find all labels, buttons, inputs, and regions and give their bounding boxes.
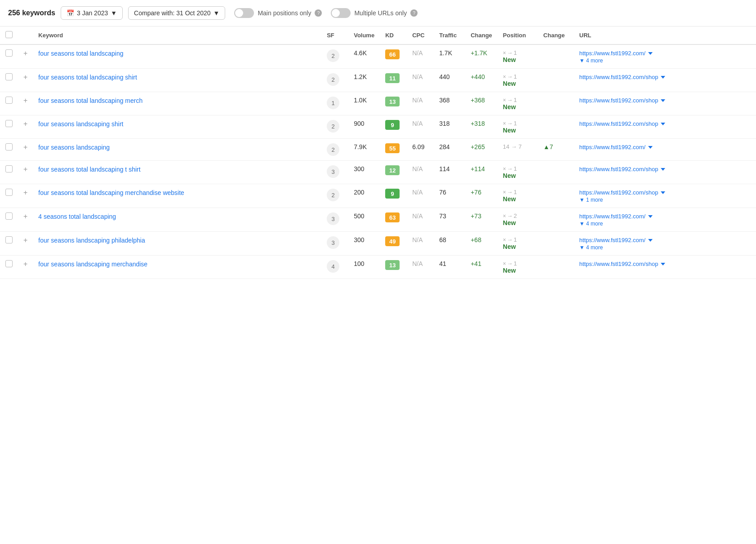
url-link[interactable]: https://www.fstl1992.com/ <box>579 213 645 220</box>
url-more[interactable]: ▼ 4 more <box>579 244 751 251</box>
row-add-cell: + <box>18 139 33 161</box>
multiple-urls-toggle-group: Multiple URLs only ? <box>331 8 418 18</box>
row-keyword-cell: four seasons landscaping merchandise <box>33 256 321 279</box>
row-traffic-cell: 440 <box>434 69 465 92</box>
row-checkbox[interactable] <box>5 189 13 196</box>
url-more[interactable]: ▼ 1 more <box>579 197 751 203</box>
url-dropdown-icon[interactable] <box>648 52 653 55</box>
url-link[interactable]: https://www.fstl1992.com/ <box>579 237 645 243</box>
cpc-value: N/A <box>412 189 422 196</box>
row-checkbox[interactable] <box>5 212 13 220</box>
multiple-urls-toggle[interactable] <box>331 8 351 18</box>
pos-change-header[interactable]: Change <box>538 27 574 44</box>
cpc-header[interactable]: CPC <box>407 27 434 44</box>
keyword-link[interactable]: four seasons total landscaping merch <box>38 97 142 104</box>
url-dropdown-icon[interactable] <box>661 191 665 194</box>
date-label: 3 Jan 2023 <box>77 9 108 17</box>
keyword-link[interactable]: four seasons total landscaping <box>38 50 123 57</box>
position-arrow: → <box>507 97 513 103</box>
row-keyword-cell: 4 seasons total landscaping <box>33 208 321 232</box>
url-more[interactable]: ▼ 4 more <box>579 57 751 64</box>
row-checkbox[interactable] <box>5 49 13 57</box>
row-sf-cell: 3 <box>321 208 348 232</box>
url-link[interactable]: https://www.fstl1992.com/shop <box>579 120 658 127</box>
add-keyword-button[interactable]: + <box>23 73 27 81</box>
url-link[interactable]: https://www.fstl1992.com/shop <box>579 74 658 80</box>
position-new-label: New <box>503 219 516 226</box>
position-to: 1 <box>514 236 517 243</box>
row-checkbox[interactable] <box>5 97 13 104</box>
keyword-link[interactable]: four seasons landscaping shirt <box>38 120 123 128</box>
url-link[interactable]: https://www.fstl1992.com/shop <box>579 261 658 267</box>
url-dropdown-icon[interactable] <box>648 146 653 149</box>
keyword-link[interactable]: four seasons landscaping <box>38 144 110 151</box>
multiple-urls-help-icon[interactable]: ? <box>410 9 418 17</box>
volume-header[interactable]: Volume <box>348 27 380 44</box>
keywords-table: Keyword SF Volume KD CPC Traffic Change … <box>0 27 756 279</box>
select-all-checkbox[interactable] <box>5 31 13 38</box>
url-more[interactable]: ▼ 4 more <box>579 221 751 227</box>
row-checkbox[interactable] <box>5 236 13 243</box>
sf-badge: 2 <box>327 49 339 62</box>
url-dropdown-icon[interactable] <box>648 239 653 242</box>
position-header[interactable]: Position <box>498 27 538 44</box>
main-positions-help-icon[interactable]: ? <box>315 9 322 17</box>
keyword-link[interactable]: four seasons total landscaping t shirt <box>38 166 140 173</box>
row-change-cell: +368 <box>465 92 498 115</box>
url-link[interactable]: https://www.fstl1992.com/shop <box>579 97 658 104</box>
row-keyword-cell: four seasons total landscaping t shirt <box>33 161 321 184</box>
row-kd-cell: 63 <box>380 208 407 232</box>
kd-header[interactable]: KD <box>380 27 407 44</box>
add-keyword-button[interactable]: + <box>23 120 27 128</box>
add-keyword-button[interactable]: + <box>23 49 27 57</box>
row-checkbox[interactable] <box>5 165 13 172</box>
url-dropdown-icon[interactable] <box>661 263 665 265</box>
url-dropdown-icon[interactable] <box>661 76 665 79</box>
row-change-cell: +440 <box>465 69 498 92</box>
row-url-cell: https://www.fstl1992.com/shop ▼ 1 more <box>574 184 756 208</box>
row-checkbox[interactable] <box>5 143 13 150</box>
add-keyword-button[interactable]: + <box>23 236 27 244</box>
url-link[interactable]: https://www.fstl1992.com/ <box>579 50 645 57</box>
url-link[interactable]: https://www.fstl1992.com/shop <box>579 166 658 172</box>
change-value: +265 <box>471 143 485 150</box>
url-header[interactable]: URL <box>574 27 756 44</box>
sf-header[interactable]: SF <box>321 27 348 44</box>
compare-button[interactable]: Compare with: 31 Oct 2020 ▼ <box>128 6 225 20</box>
keyword-link[interactable]: 4 seasons total landscaping <box>38 213 116 220</box>
keyword-link[interactable]: four seasons total landscaping shirt <box>38 74 137 81</box>
change-header[interactable]: Change <box>465 27 498 44</box>
url-dropdown-icon[interactable] <box>661 168 665 171</box>
row-checkbox-cell <box>0 232 18 256</box>
row-checkbox[interactable] <box>5 120 13 127</box>
add-keyword-button[interactable]: + <box>23 143 27 151</box>
traffic-header[interactable]: Traffic <box>434 27 465 44</box>
url-dropdown-icon[interactable] <box>661 99 665 102</box>
date-button[interactable]: 📅 3 Jan 2023 ▼ <box>61 6 123 20</box>
row-checkbox[interactable] <box>5 260 13 267</box>
row-add-cell: + <box>18 161 33 184</box>
row-cpc-cell: 6.09 <box>407 139 434 161</box>
add-keyword-button[interactable]: + <box>23 165 27 173</box>
url-dropdown-icon[interactable] <box>648 215 653 218</box>
keyword-link[interactable]: four seasons landscaping merchandise <box>38 261 147 268</box>
url-link[interactable]: https://www.fstl1992.com/ <box>579 144 645 150</box>
keyword-link[interactable]: four seasons landscaping philadelphia <box>38 237 145 244</box>
row-keyword-cell: four seasons total landscaping merchandi… <box>33 184 321 208</box>
kd-badge: 12 <box>385 165 400 175</box>
cpc-value: N/A <box>412 49 422 57</box>
keyword-link[interactable]: four seasons total landscaping merchandi… <box>38 189 184 196</box>
row-url-cell: https://www.fstl1992.com/ <box>574 139 756 161</box>
cpc-value: N/A <box>412 165 422 172</box>
pos-change-value: ▲7 <box>543 143 553 150</box>
add-keyword-button[interactable]: + <box>23 97 27 104</box>
add-keyword-button[interactable]: + <box>23 189 27 196</box>
row-checkbox[interactable] <box>5 73 13 80</box>
add-keyword-button[interactable]: + <box>23 260 27 268</box>
add-keyword-button[interactable]: + <box>23 212 27 220</box>
main-positions-toggle[interactable] <box>234 8 254 18</box>
url-dropdown-icon[interactable] <box>661 123 665 125</box>
url-link[interactable]: https://www.fstl1992.com/shop <box>579 189 658 196</box>
keyword-header[interactable]: Keyword <box>33 27 321 44</box>
row-volume-cell: 300 <box>348 161 380 184</box>
